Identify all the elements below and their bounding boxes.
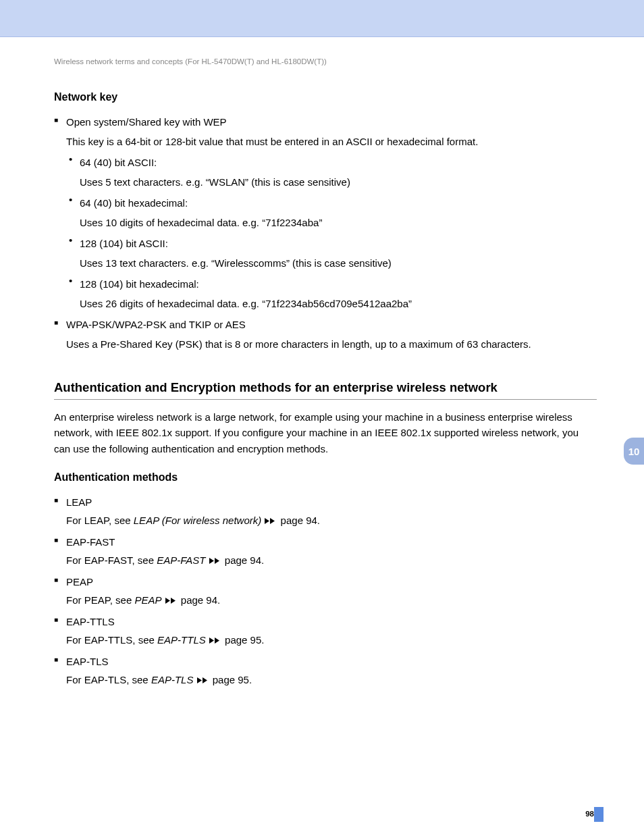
sub-label: 64 (40) bit ASCII:	[80, 153, 597, 172]
section-title-auth-enterprise: Authentication and Encryption methods fo…	[54, 380, 597, 400]
double-arrow-icon	[209, 552, 222, 570]
list-item: EAP-TTLS For EAP-TTLS, see EAP-TTLS page…	[54, 613, 597, 650]
list-item: 128 (104) bit ASCII: Uses 13 text charac…	[66, 234, 597, 272]
ref-pre: For EAP-FAST, see	[66, 554, 157, 566]
item-ref: For EAP-FAST, see EAP-FAST page 94.	[66, 551, 597, 570]
ref-pre: For EAP-TLS, see	[66, 674, 151, 685]
double-arrow-icon	[165, 592, 178, 610]
list-item: EAP-FAST For EAP-FAST, see EAP-FAST page…	[54, 533, 597, 570]
sub-list: 64 (40) bit ASCII: Uses 5 text character…	[66, 153, 597, 313]
sub-label: 128 (104) bit hexadecimal:	[80, 275, 597, 293]
cross-ref-link[interactable]: EAP-TTLS	[157, 634, 206, 646]
sub-desc: Uses 5 text characters. e.g. “WSLAN” (th…	[80, 173, 597, 191]
double-arrow-icon	[196, 671, 210, 689]
double-arrow-icon	[209, 631, 222, 650]
item-label: Open system/Shared key with WEP	[66, 113, 597, 131]
page-number: 98	[585, 810, 594, 818]
list-item: 128 (104) bit hexadecimal: Uses 26 digit…	[66, 275, 597, 313]
network-key-list: Open system/Shared key with WEP This key…	[54, 113, 597, 353]
item-desc: Uses a Pre-Shared Key (PSK) that is 8 or…	[66, 335, 597, 353]
list-item: PEAP For PEAP, see PEAP page 94.	[54, 573, 597, 610]
header-band	[0, 0, 644, 37]
ref-post: page 95.	[222, 634, 265, 646]
ref-pre: For LEAP, see	[66, 515, 134, 526]
item-label: EAP-TLS	[66, 652, 597, 671]
ref-post: page 94.	[178, 594, 221, 606]
item-ref: For EAP-TTLS, see EAP-TTLS page 95.	[66, 631, 597, 650]
cross-ref-link[interactable]: EAP-FAST	[157, 554, 205, 566]
item-desc: This key is a 64-bit or 128-bit value th…	[66, 132, 597, 151]
auth-methods-list: LEAP For LEAP, see LEAP (For wireless ne…	[54, 493, 597, 689]
breadcrumb: Wireless network terms and concepts (For…	[54, 57, 597, 66]
item-ref: For EAP-TLS, see EAP-TLS page 95.	[66, 671, 597, 689]
item-label: PEAP	[66, 573, 597, 591]
sub-label: 128 (104) bit ASCII:	[80, 234, 597, 253]
list-item: LEAP For LEAP, see LEAP (For wireless ne…	[54, 493, 597, 530]
ref-pre: For EAP-TTLS, see	[66, 634, 157, 646]
item-label: LEAP	[66, 493, 597, 511]
list-item: 64 (40) bit ASCII: Uses 5 text character…	[66, 153, 597, 191]
cross-ref-link[interactable]: EAP-TLS	[151, 674, 194, 685]
page-number-accent	[594, 807, 603, 822]
list-item: Open system/Shared key with WEP This key…	[54, 113, 597, 313]
list-item: EAP-TLS For EAP-TLS, see EAP-TLS page 95…	[54, 652, 597, 689]
list-item: WPA-PSK/WPA2-PSK and TKIP or AES Uses a …	[54, 315, 597, 353]
item-label: EAP-FAST	[66, 533, 597, 551]
sub-desc: Uses 13 text characters. e.g. “Wirelessc…	[80, 254, 597, 272]
sub-desc: Uses 26 digits of hexadecimal data. e.g.…	[80, 294, 597, 313]
item-ref: For LEAP, see LEAP (For wireless network…	[66, 511, 597, 530]
chapter-tab[interactable]: 10	[624, 438, 644, 465]
double-arrow-icon	[264, 512, 277, 530]
item-ref: For PEAP, see PEAP page 94.	[66, 591, 597, 610]
item-label: WPA-PSK/WPA2-PSK and TKIP or AES	[66, 315, 597, 334]
ref-pre: For PEAP, see	[66, 594, 134, 606]
sub-label: 64 (40) bit hexadecimal:	[80, 194, 597, 212]
section-title-network-key: Network key	[54, 91, 597, 103]
list-item: 64 (40) bit hexadecimal: Uses 10 digits …	[66, 194, 597, 232]
ref-post: page 95.	[210, 674, 252, 685]
item-label: EAP-TTLS	[66, 613, 597, 631]
sub-desc: Uses 10 digits of hexadecimal data. e.g.…	[80, 213, 597, 232]
page-content: Wireless network terms and concepts (For…	[0, 37, 644, 689]
ref-post: page 94.	[222, 554, 265, 566]
ref-post: page 94.	[277, 515, 320, 526]
intro-paragraph: An enterprise wireless network is a larg…	[54, 409, 597, 457]
footer: 98	[0, 793, 644, 834]
cross-ref-link[interactable]: LEAP (For wireless network)	[134, 515, 262, 526]
cross-ref-link[interactable]: PEAP	[134, 594, 161, 606]
section-subtitle-auth-methods: Authentication methods	[54, 471, 597, 484]
